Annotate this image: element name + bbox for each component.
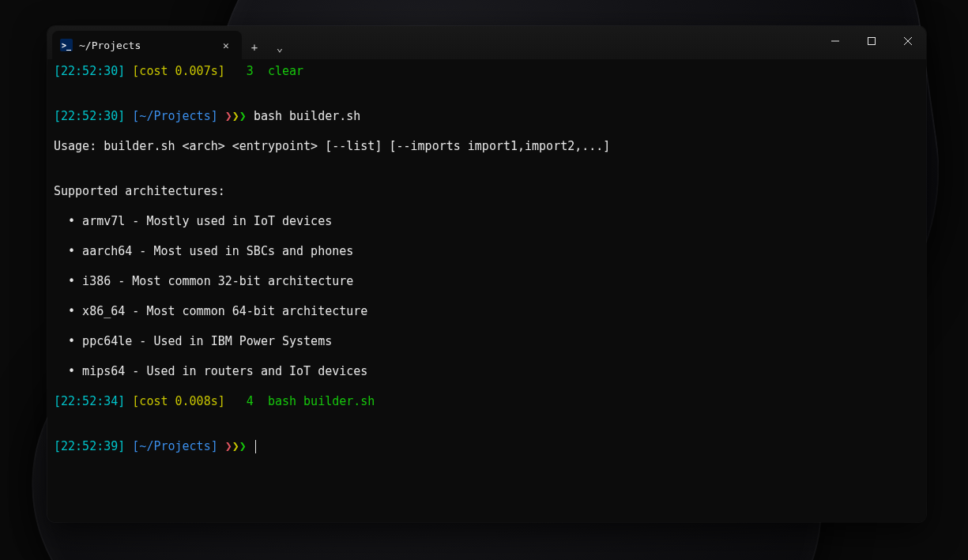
tab-actions: + ⌄	[242, 36, 292, 59]
tab-dropdown-button[interactable]: ⌄	[267, 36, 292, 59]
output-line: • i386 - Most common 32-bit architecture	[54, 274, 920, 289]
minimize-button[interactable]	[817, 29, 853, 53]
cost-badge: [cost 0.008s]	[132, 394, 224, 408]
prompt-chevron-icon: ❯	[225, 439, 232, 453]
new-tab-button[interactable]: +	[242, 36, 267, 59]
output-line: • x86_64 - Most common 64-bit architectu…	[54, 304, 920, 319]
prev-command: clear	[268, 64, 303, 78]
svg-rect-0	[868, 38, 876, 45]
window-controls	[817, 26, 926, 59]
command-text: bash builder.sh	[254, 109, 360, 123]
timestamp: [22:52:30]	[54, 64, 125, 78]
titlebar[interactable]: >_ ~/Projects ✕ + ⌄	[47, 26, 926, 59]
history-number: 4	[247, 394, 254, 408]
output-line: • ppc64le - Used in IBM Power Systems	[54, 334, 920, 349]
timestamp: [22:52:34]	[54, 394, 125, 408]
maximize-button[interactable]	[853, 29, 890, 53]
timestamp: [22:52:39]	[54, 439, 125, 453]
terminal-window: >_ ~/Projects ✕ + ⌄ [22:52:30] [cost 0.0…	[47, 26, 926, 522]
cursor	[255, 440, 256, 453]
history-number: 3	[247, 64, 254, 78]
prev-command: bash builder.sh	[268, 394, 375, 408]
terminal-output[interactable]: [22:52:30] [cost 0.007s] 3 clear [22:52:…	[47, 59, 926, 522]
cost-badge: [cost 0.007s]	[132, 64, 224, 78]
tab-active[interactable]: >_ ~/Projects ✕	[52, 31, 242, 59]
close-window-button[interactable]	[890, 29, 926, 53]
prompt-chevron-icon: ❯	[232, 109, 239, 123]
tab-close-button[interactable]: ✕	[218, 37, 234, 53]
output-line: • aarch64 - Most used in SBCs and phones	[54, 244, 920, 259]
output-line: Supported architectures:	[54, 184, 920, 199]
timestamp: [22:52:30]	[54, 109, 125, 123]
tab-strip: >_ ~/Projects ✕ + ⌄	[47, 26, 292, 59]
prompt-chevron-icon: ❯	[225, 109, 232, 123]
tab-title: ~/Projects	[79, 39, 212, 51]
cwd-path: [~/Projects]	[132, 439, 217, 453]
output-line: • mips64 - Used in routers and IoT devic…	[54, 364, 920, 379]
powershell-icon: >_	[60, 39, 73, 51]
prompt-chevron-icon: ❯	[239, 439, 247, 453]
output-line: • armv7l - Mostly used in IoT devices	[54, 214, 920, 229]
prompt-chevron-icon: ❯	[239, 109, 247, 123]
output-line: Usage: builder.sh <arch> <entrypoint> [-…	[54, 139, 920, 154]
cwd-path: [~/Projects]	[132, 109, 217, 123]
prompt-chevron-icon: ❯	[232, 439, 239, 453]
